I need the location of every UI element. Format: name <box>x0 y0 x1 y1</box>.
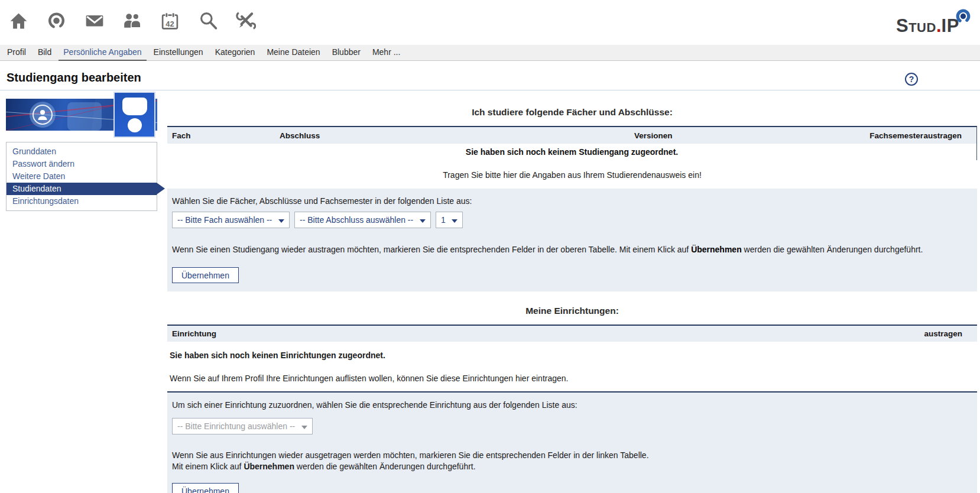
community-icon <box>122 11 142 33</box>
studiengang-form: Wählen Sie die Fächer, Abschlüsse und Fa… <box>167 189 977 291</box>
fachsemester-select[interactable]: 1 <box>436 212 462 228</box>
studiendaten-tile-icon <box>113 92 155 138</box>
main-content: Ich studiere folgende Fächer und Abschlü… <box>167 90 977 493</box>
tab-profil[interactable]: Profil <box>1 45 32 60</box>
topbar: 42 Stud.IP <box>0 0 980 45</box>
einrichtungen-note: Wenn Sie aus Einrichtungen wieder ausget… <box>172 450 972 472</box>
einrichtungen-form: Um sich einer Einrichtung zuzuordnen, wä… <box>167 391 977 493</box>
tab-bild[interactable]: Bild <box>32 45 57 60</box>
tab-einstellungen[interactable]: Einstellungen <box>148 45 209 60</box>
section-heading-studiengaenge: Ich studiere folgende Fächer und Abschlü… <box>167 107 977 118</box>
toolbar-icon-row: 42 <box>8 11 256 32</box>
spiral-icon <box>47 11 66 33</box>
sidebar-item-passwort-aendern[interactable]: Passwort ändern <box>7 158 157 170</box>
einrichtungen-hint: Wenn Sie auf Ihrem Profil Ihre Einrichtu… <box>170 374 977 383</box>
studiengang-empty-message: Sie haben sich noch keinem Studiengang z… <box>167 144 976 160</box>
search-icon <box>198 11 218 33</box>
search-button[interactable] <box>197 11 218 32</box>
logo-dot: . <box>936 15 942 37</box>
einrichtung-select-wrap: -- Bitte Einrichtung auswählen -- <box>172 418 313 434</box>
logo-text: Stud <box>896 15 936 37</box>
help-icon[interactable]: ? <box>905 73 918 86</box>
abschluss-select-wrap: -- Bitte Abschluss auswählen -- <box>294 212 431 228</box>
studiengang-form-intro: Wählen Sie die Fächer, Abschlüsse und Fa… <box>172 194 972 206</box>
fachsemester-select-wrap: 1 <box>436 212 463 228</box>
courses-button[interactable] <box>46 11 67 32</box>
sidebar-item-studiendaten[interactable]: Studiendaten <box>7 183 157 195</box>
studip-logo[interactable]: Stud.IP <box>896 15 959 37</box>
calendar-icon: 42 <box>160 11 180 33</box>
studiengang-hint: Tragen Sie bitte hier die Angaben aus Ih… <box>167 170 977 180</box>
studiengang-table: Fach Abschluss Versionen Fachsemester au… <box>167 126 977 160</box>
column-header-fach: Fach <box>167 131 280 140</box>
tab-meine-dateien[interactable]: Meine Dateien <box>261 45 326 60</box>
tab-mehr[interactable]: Mehr ... <box>366 45 406 60</box>
abschluss-select[interactable]: -- Bitte Abschluss auswählen -- <box>295 212 430 228</box>
titlebar: Studiengang bearbeiten <box>0 61 980 90</box>
einrichtungen-table: Einrichtung austragen <box>167 325 977 342</box>
messages-button[interactable] <box>84 11 105 32</box>
einrichtung-select-row: -- Bitte Einrichtung auswählen -- <box>172 418 972 434</box>
planner-button[interactable]: 42 <box>160 11 180 32</box>
column-header-austragen: austragen <box>923 131 976 140</box>
tab-kategorien[interactable]: Kategorien <box>209 45 261 60</box>
einrichtungen-empty-message: Sie haben sich noch keinen Einrichtungen… <box>170 351 977 360</box>
einrichtungen-note-line1: Wenn Sie aus Einrichtungen wieder ausget… <box>172 450 972 461</box>
column-header-abschluss: Abschluss <box>280 131 634 140</box>
avatar <box>30 102 56 128</box>
home-icon <box>9 11 28 33</box>
home-button[interactable] <box>8 11 29 32</box>
studiengang-table-header: Fach Abschluss Versionen Fachsemester au… <box>167 127 976 144</box>
person-icon <box>35 108 50 122</box>
tab-blubber[interactable]: Blubber <box>326 45 366 60</box>
uebernehmen-button-einrichtungen[interactable]: Übernehmen <box>172 483 239 493</box>
column-header-einrichtung: Einrichtung <box>167 329 924 338</box>
mail-icon <box>85 11 105 33</box>
fach-select-wrap: -- Bitte Fach auswählen -- <box>172 212 290 228</box>
einrichtungen-form-intro: Um sich einer Einrichtung zuzuordnen, wä… <box>172 398 972 410</box>
page-title: Studiengang bearbeiten <box>7 71 141 85</box>
studiengang-select-row: -- Bitte Fach auswählen -- -- Bitte Absc… <box>172 212 972 228</box>
sidebar-item-grunddaten[interactable]: Grunddaten <box>7 145 157 158</box>
column-header-versionen: Versionen <box>634 131 823 140</box>
column-header-austragen: austragen <box>924 329 977 338</box>
tools-button[interactable] <box>235 11 256 32</box>
sidebar-item-weitere-daten[interactable]: Weitere Daten <box>7 170 157 183</box>
profile-tabbar: Profil Bild Persönliche Angaben Einstell… <box>0 45 980 61</box>
uebernehmen-button-studiengang[interactable]: Übernehmen <box>172 267 239 283</box>
fach-select[interactable]: -- Bitte Fach auswählen -- <box>173 212 289 228</box>
sidebar-item-einrichtungsdaten[interactable]: Einrichtungsdaten <box>7 195 157 207</box>
einrichtungen-table-header: Einrichtung austragen <box>167 326 977 342</box>
logo-swirl-icon <box>955 8 972 27</box>
section-heading-einrichtungen: Meine Einrichtungen: <box>167 306 977 316</box>
einrichtung-select[interactable]: -- Bitte Einrichtung auswählen -- <box>173 419 312 434</box>
einrichtungen-note-line2: Mit einem Klick auf Übernehmen werden di… <box>172 461 972 472</box>
community-button[interactable] <box>122 11 142 32</box>
sidebar: Grunddaten Passwort ändern Weitere Daten… <box>6 99 157 211</box>
tab-persoenliche-angaben[interactable]: Persönliche Angaben <box>57 45 147 60</box>
sidebar-menu: Grunddaten Passwort ändern Weitere Daten… <box>6 142 157 211</box>
calendar-day-label: 42 <box>166 20 174 28</box>
studiengang-note: Wenn Sie einen Studiengang wieder austra… <box>172 245 972 254</box>
tools-icon <box>236 11 256 33</box>
column-header-fachsemester: Fachsemester <box>823 131 923 140</box>
